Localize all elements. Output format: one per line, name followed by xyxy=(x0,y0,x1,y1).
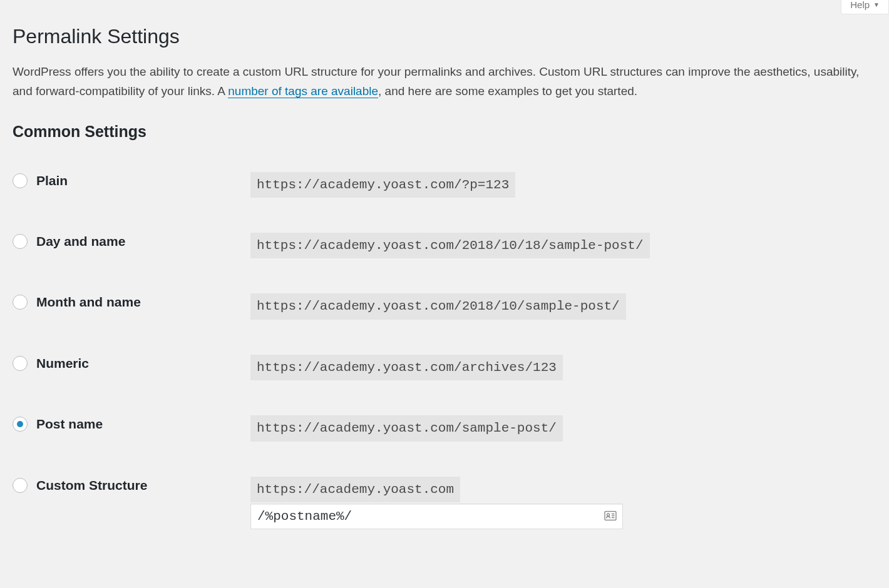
option-row-plain: Plain https://academy.yoast.com/?p=123 xyxy=(13,155,876,215)
example-plain: https://academy.yoast.com/?p=123 xyxy=(250,172,515,198)
label-post-name[interactable]: Post name xyxy=(36,417,103,432)
example-month-name: https://academy.yoast.com/2018/10/sample… xyxy=(250,293,626,319)
tags-available-link[interactable]: number of tags are available xyxy=(228,84,378,98)
radio-numeric[interactable] xyxy=(13,356,28,371)
radio-plain[interactable] xyxy=(13,173,28,188)
label-plain[interactable]: Plain xyxy=(36,173,68,188)
option-row-custom: Custom Structure https://academy.yoast.c… xyxy=(13,459,876,547)
label-day-name[interactable]: Day and name xyxy=(36,234,125,249)
label-custom[interactable]: Custom Structure xyxy=(36,478,147,493)
help-tab-label: Help xyxy=(850,0,870,10)
option-row-post-name: Post name https://academy.yoast.com/samp… xyxy=(13,398,876,459)
description-text-2: , and here are some examples to get you … xyxy=(378,84,637,98)
option-row-month-name: Month and name https://academy.yoast.com… xyxy=(13,276,876,337)
chevron-down-icon: ▼ xyxy=(873,1,880,8)
permalink-options-table: Plain https://academy.yoast.com/?p=123 D… xyxy=(13,155,876,547)
page-title: Permalink Settings xyxy=(13,19,876,51)
common-settings-heading: Common Settings xyxy=(13,123,876,141)
help-tab[interactable]: Help ▼ xyxy=(841,0,889,14)
radio-day-name[interactable] xyxy=(13,234,28,249)
example-day-name: https://academy.yoast.com/2018/10/18/sam… xyxy=(250,233,650,258)
custom-base-url: https://academy.yoast.com xyxy=(250,477,460,502)
label-month-name[interactable]: Month and name xyxy=(36,295,141,310)
example-numeric: https://academy.yoast.com/archives/123 xyxy=(250,355,563,380)
option-row-numeric: Numeric https://academy.yoast.com/archiv… xyxy=(13,337,876,398)
radio-post-name[interactable] xyxy=(13,417,28,432)
page-description: WordPress offers you the ability to crea… xyxy=(13,62,876,101)
label-numeric[interactable]: Numeric xyxy=(36,356,89,371)
radio-month-name[interactable] xyxy=(13,295,28,310)
option-row-day-name: Day and name https://academy.yoast.com/2… xyxy=(13,215,876,276)
custom-structure-input[interactable] xyxy=(250,504,623,529)
radio-custom[interactable] xyxy=(13,478,28,493)
example-post-name: https://academy.yoast.com/sample-post/ xyxy=(250,415,563,441)
